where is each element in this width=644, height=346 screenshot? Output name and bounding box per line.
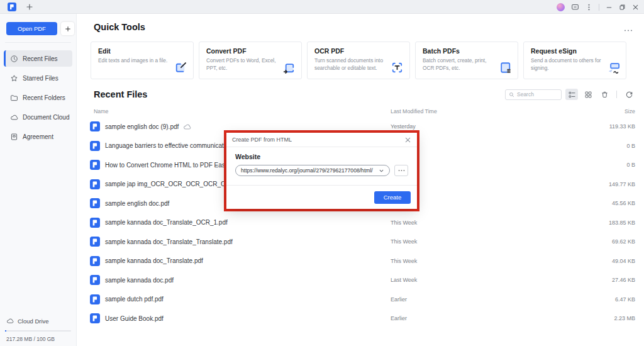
search-box[interactable] <box>505 89 562 100</box>
sync-icon <box>625 91 633 99</box>
pdfelement-logo[interactable] <box>8 3 16 11</box>
quick-tool-desc: Edit texts and images in a file. <box>98 57 171 65</box>
quick-tool-desc: Turn scanned documents into searchable o… <box>314 57 387 72</box>
sidebar-nav: Recent Files Starred Files Recent Folder… <box>4 50 72 148</box>
file-pdf-icon <box>90 218 100 228</box>
quick-tool-title: Request eSign <box>531 47 577 55</box>
open-pdf-button[interactable]: Open PDF <box>6 22 57 35</box>
grid-view-icon <box>584 91 592 99</box>
file-size: 0 B <box>626 162 635 168</box>
browse-button[interactable] <box>394 165 408 176</box>
quick-tool-title: Convert PDF <box>206 47 247 55</box>
file-pdf-icon <box>90 256 100 266</box>
quick-tool-desc: Send a document to others for signing. <box>531 57 604 72</box>
sidebar-item[interactable]: Agreement <box>4 128 72 145</box>
quick-tool-card[interactable]: Convert PDF Convert PDFs to Word, Excel,… <box>199 42 302 79</box>
search-input[interactable] <box>517 91 558 98</box>
quick-tools-cards: Edit Edit texts and images in a file. Co… <box>91 42 626 79</box>
folder-icon <box>10 94 18 102</box>
quick-tool-card[interactable]: OCR PDF Turn scanned documents into sear… <box>307 42 410 79</box>
recent-files-title: Recent Files <box>94 89 147 99</box>
new-tab-icon[interactable] <box>26 3 33 11</box>
website-url-combobox[interactable] <box>235 165 390 176</box>
quick-tool-card[interactable]: Edit Edit texts and images in a file. <box>91 42 194 79</box>
sidebar-item[interactable]: Recent Folders <box>4 89 72 106</box>
list-view-icon <box>568 91 576 99</box>
esign-icon <box>605 59 622 76</box>
file-size: 27.46 KB <box>612 277 635 283</box>
kebab-menu-icon[interactable] <box>586 4 592 11</box>
sidebar-item-label: Document Cloud <box>23 114 69 121</box>
trash-button[interactable] <box>598 89 611 100</box>
file-name: sample kannada doc.pdf <box>105 277 174 284</box>
file-size: 45.56 KB <box>612 200 635 206</box>
column-header-size: Size <box>625 108 635 114</box>
convert-icon <box>280 59 297 76</box>
feedback-icon[interactable] <box>571 3 579 11</box>
file-pdf-icon <box>90 275 100 285</box>
titlebar-controls <box>557 0 639 14</box>
create-button[interactable]: Create <box>374 191 411 204</box>
dialog-title: Create PDF from HTML <box>232 137 292 143</box>
cloud-sync-icon <box>183 123 191 131</box>
quick-tool-title: Edit <box>98 47 111 55</box>
table-row[interactable]: sample kannada doc.pdf Last Week 27.46 K… <box>89 271 635 290</box>
dialog-close-button[interactable] <box>404 137 411 143</box>
sidebar-item[interactable]: Document Cloud <box>4 109 72 125</box>
file-size: 69.62 KB <box>612 238 635 245</box>
divider <box>599 4 599 11</box>
quick-tool-card[interactable]: Request eSign Send a document to others … <box>523 42 626 79</box>
avatar[interactable] <box>557 3 565 11</box>
file-pdf-icon <box>90 179 100 189</box>
minimize-icon[interactable] <box>606 4 613 11</box>
table-row[interactable]: sample kannada doc_Translate_Translate.p… <box>89 232 635 252</box>
maximize-icon[interactable] <box>619 4 626 11</box>
table-row[interactable]: sample kannada doc_Translate.pdf This We… <box>89 252 635 271</box>
file-name: User Guide Book.pdf <box>105 315 164 322</box>
annotation-highlight: Create PDF from HTML Website Create <box>224 130 419 211</box>
dialog-titlebar: Create PDF from HTML <box>226 133 417 147</box>
dialog-footer: Create <box>226 185 417 209</box>
quick-tool-card[interactable]: Batch PDFs Batch convert, create, print,… <box>415 42 518 79</box>
table-row[interactable]: sample kannada doc_Translate_OCR_1.pdf T… <box>89 213 635 233</box>
file-modified-time: Earlier <box>391 296 407 303</box>
file-pdf-icon <box>90 198 100 208</box>
column-header-name: Name <box>94 108 108 114</box>
sidebar-item-label: Agreement <box>23 133 53 140</box>
file-name: sample kannada doc_Translate.pdf <box>105 257 203 264</box>
close-icon[interactable] <box>632 4 639 11</box>
file-pdf-icon <box>90 237 100 247</box>
quick-tools-title: Quick Tools <box>94 22 145 32</box>
sidebar-item[interactable]: Starred Files <box>4 70 72 86</box>
file-modified-time: This Week <box>391 258 417 264</box>
search-icon <box>509 92 514 98</box>
list-view-button[interactable] <box>565 89 578 100</box>
quick-tool-title: OCR PDF <box>314 47 344 55</box>
add-file-button[interactable] <box>61 22 74 35</box>
column-header-modified: Last Modified Time <box>391 108 437 114</box>
chevron-down-icon[interactable] <box>379 168 384 174</box>
table-row[interactable]: User Guide Book.pdf Earlier 2.23 MB <box>89 309 635 328</box>
quick-tool-title: Batch PDFs <box>423 47 460 55</box>
file-modified-time: Last Week <box>391 277 417 283</box>
sync-button[interactable] <box>623 89 635 100</box>
more-tools-icon[interactable] <box>624 29 633 32</box>
star-icon <box>10 74 18 82</box>
ocr-icon <box>389 59 406 76</box>
sidebar-item[interactable]: Recent Files <box>4 50 72 67</box>
agreement-icon <box>10 133 18 141</box>
cloud-drive-item[interactable]: Cloud Drive <box>5 317 71 325</box>
cloud-icon <box>10 113 18 121</box>
file-modified-time: Earlier <box>391 315 407 321</box>
file-name: sample english doc.pdf <box>105 200 169 207</box>
trash-icon <box>601 91 609 99</box>
grid-view-button[interactable] <box>582 89 594 100</box>
file-name: sample dutch pdf.pdf <box>105 296 164 303</box>
file-size: 0 B <box>626 143 635 149</box>
file-name: sample kannada doc_Translate_Translate.p… <box>105 238 233 245</box>
website-url-input[interactable] <box>241 167 376 174</box>
file-size: 49.04 KB <box>612 258 635 264</box>
table-row[interactable]: sample dutch pdf.pdf Earlier 6.47 KB <box>89 290 635 310</box>
sidebar-item-label: Recent Folders <box>23 94 65 101</box>
edit-icon <box>172 59 189 76</box>
